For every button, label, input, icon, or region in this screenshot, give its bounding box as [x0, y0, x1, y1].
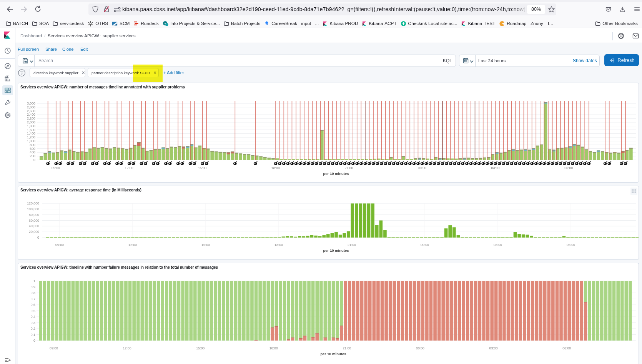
- svg-text:400: 400: [30, 150, 35, 154]
- svg-text:09:00: 09:00: [55, 243, 64, 247]
- svg-text:2,200: 2,200: [27, 116, 35, 120]
- svg-text:00:00: 00:00: [416, 346, 424, 350]
- svg-text:100,000: 100,000: [27, 207, 39, 211]
- svg-text:00:00: 00:00: [418, 166, 426, 170]
- svg-text:15:00: 15:00: [198, 166, 206, 170]
- svg-text:2,800: 2,800: [27, 105, 35, 109]
- svg-text:18:00: 18:00: [269, 346, 278, 350]
- svg-text:00:00: 00:00: [421, 243, 429, 247]
- svg-text:1,000: 1,000: [27, 139, 35, 143]
- svg-text:03:00: 03:00: [489, 346, 498, 350]
- svg-text:12:00: 12:00: [128, 243, 137, 247]
- svg-text:per 10 minutes: per 10 minutes: [320, 352, 346, 356]
- svg-text:21:00: 21:00: [348, 243, 356, 247]
- svg-text:0.7: 0.7: [31, 297, 35, 301]
- svg-text:0.6: 0.6: [31, 303, 35, 307]
- svg-text:1: 1: [33, 279, 35, 283]
- svg-text:09:00: 09:00: [52, 166, 60, 170]
- svg-text:0.8: 0.8: [31, 291, 35, 295]
- svg-text:2,400: 2,400: [27, 113, 35, 116]
- svg-text:per 10 minutes: per 10 minutes: [323, 171, 349, 176]
- svg-text:2,000: 2,000: [27, 120, 35, 124]
- svg-text:1,800: 1,800: [27, 124, 35, 128]
- svg-text:800: 800: [30, 143, 35, 147]
- svg-text:200: 200: [30, 154, 35, 158]
- svg-text:18:00: 18:00: [271, 166, 280, 170]
- svg-text:1,200: 1,200: [27, 135, 35, 139]
- svg-text:0.4: 0.4: [31, 315, 35, 319]
- svg-text:600: 600: [30, 147, 35, 151]
- svg-text:0.1: 0.1: [31, 333, 35, 337]
- svg-text:0.5: 0.5: [31, 309, 35, 313]
- svg-text:60,000: 60,000: [29, 219, 39, 223]
- svg-text:1,400: 1,400: [27, 131, 35, 135]
- svg-text:09:00: 09:00: [50, 346, 58, 350]
- svg-text:0.3: 0.3: [31, 321, 35, 325]
- svg-text:40,000: 40,000: [29, 224, 39, 228]
- svg-text:20,000: 20,000: [29, 230, 39, 234]
- svg-text:15:00: 15:00: [201, 243, 210, 247]
- svg-text:0.9: 0.9: [31, 285, 35, 289]
- svg-text:3,000: 3,000: [27, 101, 35, 105]
- svg-text:0.2: 0.2: [31, 327, 35, 331]
- svg-text:1,600: 1,600: [27, 128, 35, 132]
- svg-text:21:00: 21:00: [344, 166, 353, 170]
- svg-text:03:00: 03:00: [491, 166, 500, 170]
- svg-text:12:00: 12:00: [125, 166, 133, 170]
- svg-text:80,000: 80,000: [29, 213, 39, 217]
- svg-text:06:00: 06:00: [567, 243, 575, 247]
- svg-text:2,600: 2,600: [27, 109, 35, 113]
- svg-text:12:00: 12:00: [123, 346, 131, 350]
- svg-text:0: 0: [33, 339, 35, 342]
- svg-text:06:00: 06:00: [562, 346, 571, 350]
- svg-text:15:00: 15:00: [196, 346, 205, 350]
- svg-text:03:00: 03:00: [494, 243, 502, 247]
- svg-text:s: s: [164, 22, 166, 25]
- svg-text:06:00: 06:00: [564, 166, 573, 170]
- svg-text:21:00: 21:00: [343, 346, 351, 350]
- svg-text:120,000: 120,000: [27, 201, 39, 205]
- svg-text:18:00: 18:00: [274, 243, 283, 247]
- svg-text:0: 0: [37, 236, 39, 239]
- svg-text:0: 0: [33, 158, 35, 162]
- svg-text:per 10 minutes: per 10 minutes: [323, 248, 349, 253]
